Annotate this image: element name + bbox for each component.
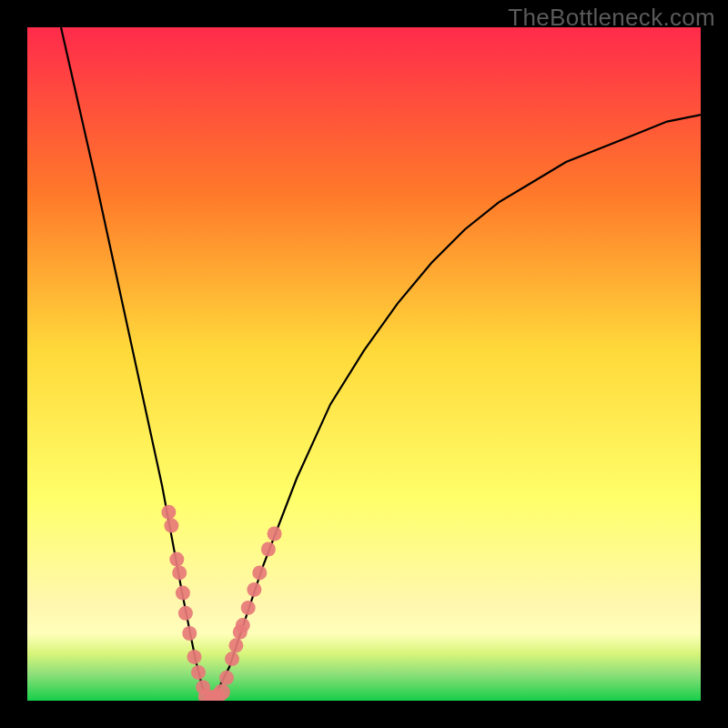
data-point [172, 565, 187, 580]
data-point [252, 565, 267, 580]
data-point [191, 665, 206, 680]
data-point [268, 527, 282, 541]
data-point [247, 582, 261, 597]
data-point [219, 671, 234, 685]
data-point [214, 683, 230, 700]
data-point [169, 552, 184, 567]
chart-frame: TheBottleneck.com [0, 0, 728, 728]
data-point [187, 650, 202, 664]
data-point [241, 601, 256, 615]
watermark-text: TheBottleneck.com [508, 4, 715, 32]
data-point [178, 606, 193, 621]
data-point [261, 542, 276, 557]
gradient-background [27, 27, 701, 701]
data-point [225, 652, 239, 666]
data-point [182, 626, 197, 641]
data-point [228, 638, 243, 652]
data-point [164, 519, 178, 533]
chart-svg [27, 27, 701, 701]
data-point [236, 618, 250, 632]
plot-area [27, 27, 701, 701]
data-point [176, 586, 190, 601]
data-point [161, 505, 176, 520]
